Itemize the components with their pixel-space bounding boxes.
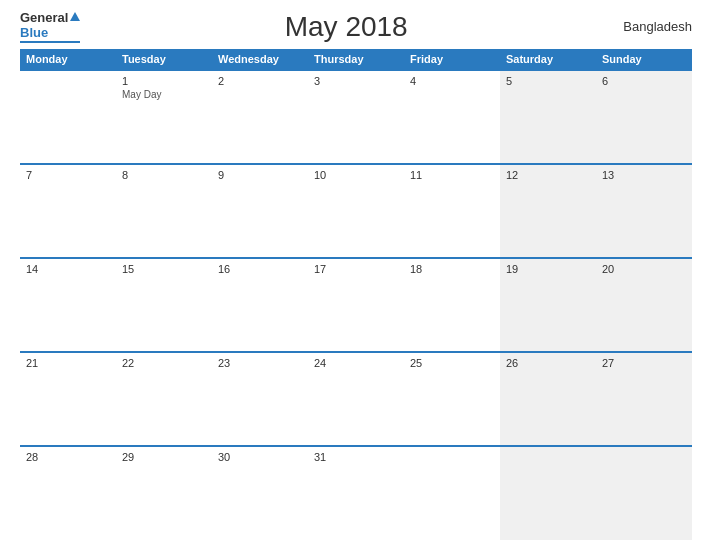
calendar-cell (596, 446, 692, 540)
logo-underline (20, 41, 80, 43)
calendar-cell: 19 (500, 258, 596, 352)
calendar-cell: 2 (212, 70, 308, 164)
calendar-cell: 10 (308, 164, 404, 258)
day-number: 20 (602, 263, 686, 275)
calendar-cell: 16 (212, 258, 308, 352)
header-tuesday: Tuesday (116, 49, 212, 70)
page-wrapper: General Blue May 2018 Bangladesh Monday … (0, 0, 712, 550)
calendar-cell: 21 (20, 352, 116, 446)
calendar-cell: 18 (404, 258, 500, 352)
logo-blue-text: Blue (20, 25, 48, 40)
header-monday: Monday (20, 49, 116, 70)
calendar-cell: 7 (20, 164, 116, 258)
logo-general-text: General (20, 10, 68, 25)
calendar-header: General Blue May 2018 Bangladesh (20, 10, 692, 43)
calendar-cell (500, 446, 596, 540)
calendar-cell: 8 (116, 164, 212, 258)
calendar-cell: 23 (212, 352, 308, 446)
calendar-week-row-1: 1May Day23456 (20, 70, 692, 164)
calendar-cell: 15 (116, 258, 212, 352)
calendar-week-row-3: 14151617181920 (20, 258, 692, 352)
calendar-cell: 25 (404, 352, 500, 446)
calendar-cell: 1May Day (116, 70, 212, 164)
day-number: 16 (218, 263, 302, 275)
day-number: 5 (506, 75, 590, 87)
calendar-week-row-4: 21222324252627 (20, 352, 692, 446)
day-number: 26 (506, 357, 590, 369)
calendar-cell: 24 (308, 352, 404, 446)
day-number: 29 (122, 451, 206, 463)
day-number: 30 (218, 451, 302, 463)
calendar-cell: 5 (500, 70, 596, 164)
day-number: 13 (602, 169, 686, 181)
calendar-cell: 28 (20, 446, 116, 540)
day-number: 10 (314, 169, 398, 181)
day-number: 1 (122, 75, 206, 87)
country-label: Bangladesh (612, 19, 692, 34)
day-number: 27 (602, 357, 686, 369)
calendar-cell: 12 (500, 164, 596, 258)
calendar-cell: 6 (596, 70, 692, 164)
day-number: 31 (314, 451, 398, 463)
day-number: 21 (26, 357, 110, 369)
calendar-cell: 9 (212, 164, 308, 258)
calendar-week-row-5: 28293031 (20, 446, 692, 540)
logo: General Blue (20, 10, 80, 43)
calendar-cell: 17 (308, 258, 404, 352)
calendar-cell: 13 (596, 164, 692, 258)
day-number: 28 (26, 451, 110, 463)
logo-triangle-icon (70, 12, 80, 21)
day-number: 24 (314, 357, 398, 369)
calendar-cell: 14 (20, 258, 116, 352)
day-number: 14 (26, 263, 110, 275)
calendar-cell: 3 (308, 70, 404, 164)
calendar-cell (404, 446, 500, 540)
calendar-cell: 27 (596, 352, 692, 446)
day-number: 7 (26, 169, 110, 181)
header-saturday: Saturday (500, 49, 596, 70)
weekday-header-row: Monday Tuesday Wednesday Thursday Friday… (20, 49, 692, 70)
day-number: 19 (506, 263, 590, 275)
calendar-week-row-2: 78910111213 (20, 164, 692, 258)
header-sunday: Sunday (596, 49, 692, 70)
day-number: 4 (410, 75, 494, 87)
day-number: 8 (122, 169, 206, 181)
day-number: 2 (218, 75, 302, 87)
calendar-title: May 2018 (80, 11, 612, 43)
calendar-table: Monday Tuesday Wednesday Thursday Friday… (20, 49, 692, 540)
calendar-cell: 4 (404, 70, 500, 164)
calendar-cell: 26 (500, 352, 596, 446)
day-number: 22 (122, 357, 206, 369)
calendar-cell: 30 (212, 446, 308, 540)
header-wednesday: Wednesday (212, 49, 308, 70)
calendar-cell: 11 (404, 164, 500, 258)
calendar-cell (20, 70, 116, 164)
day-number: 9 (218, 169, 302, 181)
day-number: 11 (410, 169, 494, 181)
day-number: 17 (314, 263, 398, 275)
calendar-cell: 20 (596, 258, 692, 352)
day-event: May Day (122, 89, 206, 100)
day-number: 18 (410, 263, 494, 275)
calendar-cell: 29 (116, 446, 212, 540)
day-number: 6 (602, 75, 686, 87)
day-number: 3 (314, 75, 398, 87)
day-number: 12 (506, 169, 590, 181)
header-friday: Friday (404, 49, 500, 70)
day-number: 23 (218, 357, 302, 369)
calendar-cell: 31 (308, 446, 404, 540)
calendar-cell: 22 (116, 352, 212, 446)
header-thursday: Thursday (308, 49, 404, 70)
day-number: 25 (410, 357, 494, 369)
day-number: 15 (122, 263, 206, 275)
